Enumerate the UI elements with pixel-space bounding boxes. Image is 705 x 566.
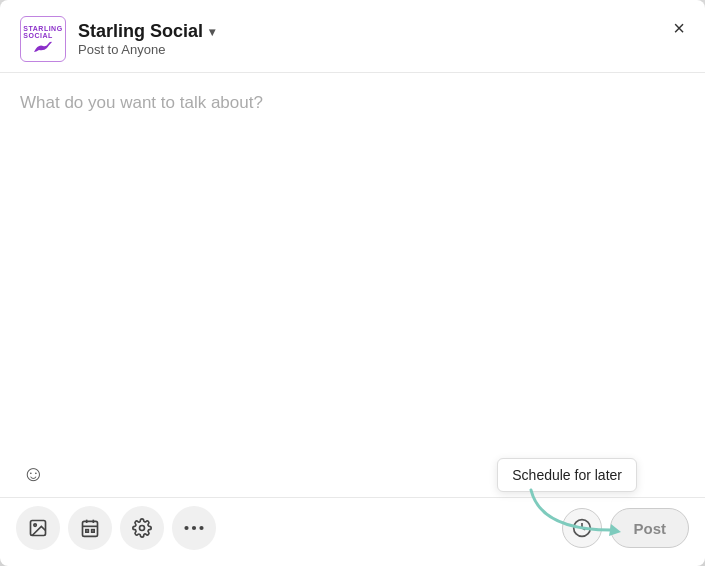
compose-input[interactable] [20, 93, 685, 353]
toolbar-row: Schedule for later Post [0, 497, 705, 566]
dropdown-arrow-icon[interactable]: ▾ [209, 25, 215, 39]
logo: STARLINGSOCIAL [20, 16, 66, 62]
post-button[interactable]: Post [610, 508, 689, 548]
more-icon [184, 525, 204, 531]
schedule-button[interactable] [562, 508, 602, 548]
settings-button[interactable] [120, 506, 164, 550]
calendar-button[interactable] [68, 506, 112, 550]
svg-point-1 [34, 524, 37, 527]
schedule-tooltip-text: Schedule for later [512, 467, 622, 483]
svg-point-9 [184, 526, 188, 530]
toolbar-right: Schedule for later Post [562, 508, 689, 548]
brand-name: Starling Social ▾ [78, 21, 215, 42]
compose-modal: STARLINGSOCIAL Starling Social ▾ Post to… [0, 0, 705, 566]
logo-text: STARLINGSOCIAL [23, 25, 62, 39]
schedule-tooltip: Schedule for later [497, 458, 637, 492]
image-icon [28, 518, 48, 538]
svg-rect-2 [83, 521, 98, 536]
more-button[interactable] [172, 506, 216, 550]
post-to-label: Post to Anyone [78, 42, 215, 57]
header-left: STARLINGSOCIAL Starling Social ▾ Post to… [20, 16, 215, 62]
calendar-icon [80, 518, 100, 538]
svg-point-11 [199, 526, 203, 530]
clock-icon [572, 518, 592, 538]
header-info: Starling Social ▾ Post to Anyone [78, 21, 215, 57]
toolbar-left [16, 506, 216, 550]
svg-point-10 [192, 526, 196, 530]
image-button[interactable] [16, 506, 60, 550]
svg-rect-7 [92, 530, 95, 533]
svg-point-8 [140, 526, 145, 531]
compose-area [0, 73, 705, 453]
logo-bird-icon [32, 40, 54, 54]
brand-name-text: Starling Social [78, 21, 203, 42]
settings-icon [132, 518, 152, 538]
svg-rect-6 [86, 530, 89, 533]
emoji-button[interactable]: ☺ [20, 459, 46, 489]
modal-header: STARLINGSOCIAL Starling Social ▾ Post to… [0, 0, 705, 73]
close-button[interactable]: × [669, 14, 689, 42]
